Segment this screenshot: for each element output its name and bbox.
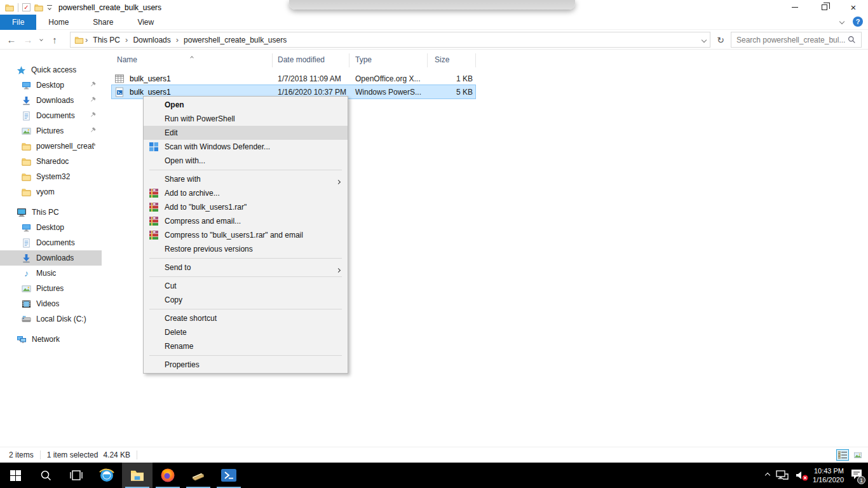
- menu-item-run-with-powershell[interactable]: Run with PowerShell: [144, 112, 348, 126]
- taskbar-powershell[interactable]: [214, 463, 244, 488]
- column-header-date[interactable]: Date modified: [278, 55, 325, 64]
- crumb-separator: ›: [124, 35, 129, 44]
- documents-icon: [22, 111, 31, 121]
- menu-item-compress-and-email[interactable]: Compress and email...: [144, 214, 348, 228]
- refresh-icon[interactable]: ↻: [713, 32, 728, 48]
- sidebar-item-label: System32: [36, 172, 70, 181]
- menu-item-scan-with-defender[interactable]: Scan with Windows Defender...: [144, 140, 348, 154]
- sidebar-item-powershell-creat[interactable]: powershell_creat: [0, 139, 102, 154]
- folder-icon: [22, 157, 31, 166]
- taskbar-search-button[interactable]: [31, 463, 61, 488]
- context-menu: Open Run with PowerShell Edit Scan with …: [143, 96, 348, 374]
- tab-file[interactable]: File: [0, 15, 36, 30]
- sidebar-item-label: Music: [36, 269, 56, 278]
- column-header-size[interactable]: Size: [435, 55, 449, 64]
- recent-locations-icon[interactable]: [37, 32, 46, 47]
- sidebar-item-system32[interactable]: System32: [0, 169, 102, 184]
- sidebar-item-pc-desktop[interactable]: Desktop: [0, 220, 102, 235]
- taskbar-file-explorer[interactable]: [122, 463, 153, 488]
- menu-item-cut[interactable]: Cut: [144, 279, 348, 293]
- search-icon[interactable]: [848, 36, 856, 44]
- thumbnail-view-button[interactable]: [851, 449, 864, 461]
- sidebar-item-pictures[interactable]: Pictures: [0, 123, 102, 139]
- sidebar-item-desktop[interactable]: Desktop: [0, 78, 102, 93]
- sidebar-item-pc-pictures[interactable]: Pictures: [0, 281, 102, 296]
- window-controls: ×: [780, 0, 868, 15]
- close-button[interactable]: ×: [839, 0, 868, 15]
- file-row[interactable]: bulk_users1 1/7/2018 11:09 AM OpenOffice…: [112, 72, 475, 85]
- column-header-name[interactable]: Name: [117, 55, 137, 64]
- address-box[interactable]: › This PC › Downloads › powershell_creat…: [70, 32, 710, 48]
- forward-button[interactable]: →: [20, 32, 36, 47]
- menu-item-add-to-rar[interactable]: Add to "bulk_users1.rar": [144, 200, 348, 214]
- downloads-icon: [22, 96, 31, 105]
- sidebar-item-label: Sharedoc: [36, 157, 69, 166]
- help-icon[interactable]: ?: [853, 17, 863, 27]
- clock-date: 1/16/2020: [813, 475, 844, 484]
- tab-home[interactable]: Home: [36, 15, 81, 30]
- minimize-button[interactable]: [780, 0, 810, 15]
- sidebar-item-network[interactable]: Network: [0, 332, 102, 347]
- back-button[interactable]: ←: [4, 32, 19, 47]
- menu-separator: [149, 309, 342, 309]
- sidebar-item-vyom[interactable]: vyom: [0, 184, 102, 200]
- music-icon: ♪: [22, 268, 31, 278]
- menu-item-add-to-archive[interactable]: Add to archive...: [144, 186, 348, 200]
- menu-item-delete[interactable]: Delete: [144, 325, 348, 339]
- sidebar-item-downloads[interactable]: Downloads: [0, 93, 102, 108]
- menu-item-share-with[interactable]: Share with: [144, 172, 348, 186]
- file-name: bulk_users1: [130, 88, 171, 97]
- tab-view[interactable]: View: [125, 15, 166, 30]
- menu-item-copy[interactable]: Copy: [144, 293, 348, 307]
- menu-item-send-to[interactable]: Send to: [144, 261, 348, 274]
- breadcrumb-downloads[interactable]: Downloads: [129, 36, 174, 44]
- qat-customize-icon[interactable]: [47, 5, 52, 10]
- sidebar-item-pc-documents[interactable]: Documents: [0, 235, 102, 250]
- taskbar-firefox[interactable]: [153, 463, 183, 488]
- sidebar-item-pc-music[interactable]: ♪ Music: [0, 266, 102, 281]
- tray-expand-icon[interactable]: [765, 473, 770, 478]
- taskbar-clock[interactable]: 10:43 PM 1/16/2020: [813, 466, 844, 484]
- selection-count[interactable]: 1 item selected: [47, 451, 98, 459]
- menu-item-open[interactable]: Open: [144, 98, 348, 112]
- column-header-type[interactable]: Type: [355, 55, 372, 64]
- network-status-icon[interactable]: [776, 470, 789, 481]
- menu-item-label: Open: [165, 100, 184, 109]
- tab-share[interactable]: Share: [81, 15, 125, 30]
- restore-button[interactable]: [810, 0, 839, 15]
- search-input[interactable]: Search powershell_create_bul...: [731, 32, 862, 48]
- taskbar-openoffice[interactable]: [183, 463, 214, 488]
- menu-item-properties[interactable]: Properties: [144, 358, 348, 372]
- window-title: powershell_create_bulk_users: [58, 3, 161, 12]
- sidebar-item-sharedoc[interactable]: Sharedoc: [0, 154, 102, 169]
- pictures-icon: [22, 126, 31, 136]
- ribbon-expand-icon[interactable]: [839, 19, 844, 24]
- address-dropdown-icon[interactable]: [702, 37, 707, 42]
- firefox-icon: [159, 467, 176, 484]
- sidebar-item-this-pc[interactable]: This PC: [0, 205, 102, 220]
- breadcrumb-current-folder[interactable]: powershell_create_bulk_users: [180, 36, 290, 44]
- task-view-button[interactable]: [61, 463, 92, 488]
- volume-muted-icon[interactable]: [795, 470, 806, 480]
- sidebar-item-local-disk[interactable]: Local Disk (C:): [0, 311, 102, 327]
- menu-item-open-with[interactable]: Open with...: [144, 154, 348, 168]
- sidebar-item-pc-downloads[interactable]: Downloads: [0, 250, 102, 266]
- sidebar-item-quick-access[interactable]: Quick access: [0, 62, 102, 78]
- action-center-button[interactable]: 1: [850, 468, 863, 482]
- sidebar-item-documents[interactable]: Documents: [0, 108, 102, 123]
- menu-item-label: Properties: [165, 360, 200, 369]
- details-view-button[interactable]: [836, 449, 849, 461]
- menu-item-restore-previous-versions[interactable]: Restore previous versions: [144, 242, 348, 256]
- menu-item-rename[interactable]: Rename: [144, 339, 348, 353]
- screen-share-toolbar-handle[interactable]: [289, 0, 575, 10]
- qat-properties-icon[interactable]: ✓: [22, 3, 31, 11]
- menu-item-edit[interactable]: Edit: [144, 126, 348, 140]
- menu-item-compress-to-rar-and-email[interactable]: Compress to "bulk_users1.rar" and email: [144, 228, 348, 242]
- taskbar-internet-explorer[interactable]: [92, 463, 122, 488]
- qat-new-folder-icon[interactable]: [34, 3, 43, 12]
- menu-item-create-shortcut[interactable]: Create shortcut: [144, 311, 348, 325]
- sidebar-item-pc-videos[interactable]: Videos: [0, 296, 102, 311]
- up-button[interactable]: ↑: [47, 32, 62, 47]
- breadcrumb-this-pc[interactable]: This PC: [89, 36, 124, 44]
- start-button[interactable]: [0, 463, 31, 488]
